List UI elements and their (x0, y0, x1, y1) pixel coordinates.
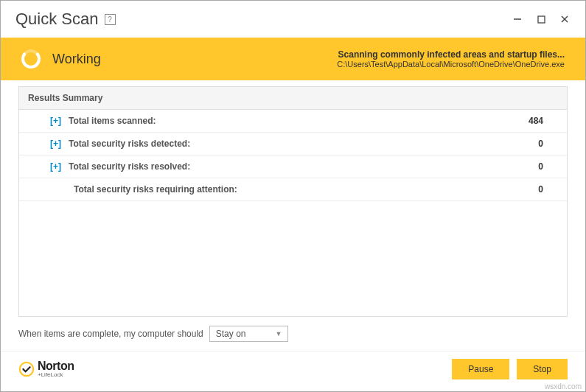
result-label: Total security risks detected: (69, 139, 538, 149)
checkmark-icon (18, 361, 35, 377)
expand-icon[interactable]: [+] (50, 139, 61, 149)
result-value: 0 (538, 139, 558, 149)
status-label: Working (52, 52, 101, 67)
dropdown-value: Stay on (216, 329, 246, 339)
stop-button[interactable]: Stop (517, 359, 568, 379)
expand-icon[interactable]: [+] (50, 116, 61, 126)
scan-path: C:\Users\Test\AppData\Local\Microsoft\On… (337, 60, 565, 69)
svg-rect-1 (538, 16, 545, 23)
window-title: Quick Scan (15, 10, 99, 29)
logo-name: Norton (38, 360, 74, 372)
result-value: 0 (538, 184, 558, 195)
close-icon[interactable] (559, 13, 571, 25)
scan-message: Scanning commonly infected areas and sta… (337, 49, 565, 60)
logo-subtitle: +LifeLock (38, 372, 74, 378)
content-area: Results Summary [+] Total items scanned:… (1, 80, 585, 351)
options-label: When items are complete, my computer sho… (18, 329, 203, 339)
footer-buttons: Pause Stop (452, 359, 568, 379)
spinner-icon (21, 49, 41, 69)
norton-logo: Norton +LifeLock (18, 360, 74, 378)
svg-point-4 (20, 363, 33, 376)
results-header: Results Summary (19, 87, 567, 110)
results-panel: Results Summary [+] Total items scanned:… (18, 86, 568, 317)
help-icon[interactable]: ? (105, 14, 116, 25)
chevron-down-icon: ▼ (275, 330, 282, 337)
options-row: When items are complete, my computer sho… (18, 317, 568, 351)
result-row-attention: Total security risks requiring attention… (19, 178, 567, 201)
maximize-icon[interactable] (535, 13, 547, 25)
watermark: wsxdn.com (545, 382, 582, 391)
footer: Norton +LifeLock Pause Stop (1, 351, 585, 391)
expand-icon[interactable]: [+] (50, 161, 61, 172)
result-value: 484 (529, 116, 558, 126)
pause-button[interactable]: Pause (452, 359, 509, 379)
scan-info: Scanning commonly infected areas and sta… (337, 49, 565, 69)
titlebar: Quick Scan ? (1, 1, 585, 38)
result-row-detected: [+] Total security risks detected: 0 (19, 133, 567, 155)
result-label: Total security risks requiring attention… (74, 184, 538, 195)
result-row-scanned: [+] Total items scanned: 484 (19, 110, 567, 133)
minimize-icon[interactable] (512, 13, 523, 25)
status-bar: Working Scanning commonly infected areas… (1, 38, 585, 80)
result-label: Total security risks resolved: (69, 161, 538, 172)
action-dropdown[interactable]: Stay on ▼ (209, 326, 289, 342)
result-value: 0 (538, 161, 558, 172)
window-controls (512, 13, 571, 25)
result-label: Total items scanned: (69, 116, 529, 126)
result-row-resolved: [+] Total security risks resolved: 0 (19, 155, 567, 178)
